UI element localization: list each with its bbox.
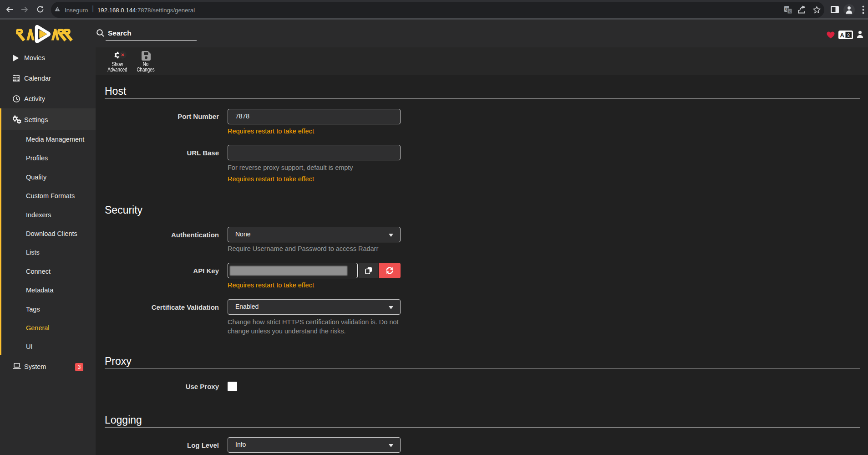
svg-text:A: A	[840, 32, 844, 39]
svg-text:文: 文	[846, 32, 851, 38]
